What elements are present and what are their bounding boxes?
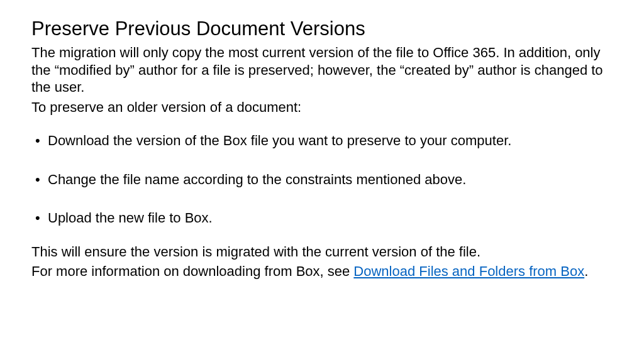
list-item: Download the version of the Box file you… [34,132,613,150]
steps-list: Download the version of the Box file you… [31,132,613,227]
intro-paragraph-2: To preserve an older version of a docume… [31,99,613,116]
closing-suffix: . [584,263,588,279]
intro-paragraph-1: The migration will only copy the most cu… [31,44,613,96]
page-title: Preserve Previous Document Versions [31,18,613,40]
closing-prefix: For more information on downloading from… [31,263,353,279]
download-files-link[interactable]: Download Files and Folders from Box [353,263,584,279]
list-item: Change the file name according to the co… [34,171,613,189]
closing-paragraph-2: For more information on downloading from… [31,263,613,280]
closing-paragraph-1: This will ensure the version is migrated… [31,243,613,261]
list-item: Upload the new file to Box. [34,209,613,227]
